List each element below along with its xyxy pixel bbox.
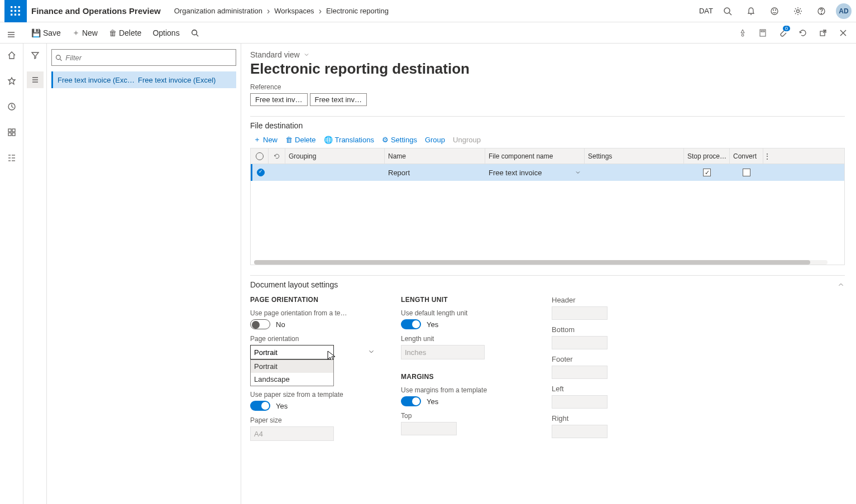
use-orientation-template-value: No: [276, 320, 285, 329]
filter-icon[interactable]: [27, 47, 44, 64]
chevron-down-icon: [303, 51, 310, 58]
col-settings[interactable]: Settings: [585, 148, 684, 164]
list-item[interactable]: Free text invoice (Exc… Free text invoic…: [51, 71, 236, 88]
svg-rect-0: [11, 6, 12, 8]
close-icon[interactable]: [835, 25, 852, 41]
col-component[interactable]: File component name: [485, 148, 585, 164]
margin-left-label: Left: [552, 385, 680, 393]
options-button[interactable]: Options: [148, 26, 184, 40]
cell-name[interactable]: Report: [385, 164, 485, 181]
layout-heading[interactable]: Document layout settings: [250, 280, 845, 289]
company-code[interactable]: DAT: [699, 7, 713, 15]
stop-checkbox[interactable]: [703, 169, 711, 176]
col-convert[interactable]: Convert: [730, 148, 763, 164]
save-button[interactable]: 💾Save: [27, 26, 65, 40]
content: Standard view Electronic reporting desti…: [241, 44, 856, 504]
grid-more-icon[interactable]: ⋮: [763, 148, 771, 164]
cell-component[interactable]: Free text invoice: [485, 164, 585, 181]
list-tools: [23, 44, 47, 504]
convert-checkbox[interactable]: [743, 169, 750, 176]
margin-header-label: Header: [552, 296, 680, 304]
app-launcher-icon[interactable]: [4, 0, 27, 22]
avatar[interactable]: AD: [836, 3, 852, 19]
svg-point-12: [771, 8, 778, 15]
use-paper-size-label: Use paper size from a template: [250, 391, 379, 399]
grid-translations-button[interactable]: 🌐 Translations: [324, 136, 374, 144]
chevron-up-icon: [837, 281, 845, 289]
grid-ungroup-button: Ungroup: [453, 136, 481, 144]
options-label: Options: [152, 28, 179, 37]
option-landscape[interactable]: Landscape: [251, 373, 333, 386]
breadcrumb-workspaces[interactable]: Workspaces: [274, 7, 314, 15]
svg-rect-7: [15, 13, 16, 15]
cell-settings[interactable]: [585, 164, 684, 181]
use-margins-template-toggle[interactable]: [401, 396, 421, 406]
col-grouping[interactable]: Grouping: [285, 148, 385, 164]
recent-icon[interactable]: [3, 98, 20, 115]
use-paper-size-toggle[interactable]: [250, 401, 270, 411]
svg-marker-31: [8, 78, 15, 84]
reference-box-2[interactable]: Free text inv…: [310, 93, 367, 106]
save-label: Save: [43, 28, 61, 37]
breadcrumb-org-admin[interactable]: Organization administration: [174, 7, 262, 15]
margin-footer-input: [552, 366, 608, 379]
modules-icon[interactable]: [3, 150, 20, 166]
workspace-icon[interactable]: [3, 124, 20, 141]
table-row[interactable]: Report Free text invoice: [251, 164, 844, 181]
star-icon[interactable]: [3, 73, 20, 89]
grid: Grouping Name File component name Settin…: [250, 148, 845, 265]
svg-point-9: [724, 8, 730, 13]
new-label: New: [82, 28, 98, 37]
refresh-icon[interactable]: [795, 25, 811, 41]
page-orientation-select[interactable]: [250, 345, 334, 359]
list-toggle-icon[interactable]: [27, 71, 44, 88]
use-margins-template-label: Use margins from a template: [401, 386, 529, 394]
paper-size-label: Paper size: [250, 416, 379, 424]
use-orientation-template-label: Use page orientation from a te…: [250, 309, 379, 317]
gear-icon[interactable]: [789, 2, 807, 20]
view-selector[interactable]: Standard view: [250, 50, 845, 59]
help-icon[interactable]: [812, 2, 830, 20]
use-default-length-toggle[interactable]: [401, 319, 421, 329]
grid-group-button[interactable]: Group: [425, 136, 445, 144]
file-destination-heading[interactable]: File destination: [250, 121, 845, 130]
cell-grouping[interactable]: [285, 164, 385, 181]
attachment-icon[interactable]: 0: [774, 25, 791, 41]
col-stop[interactable]: Stop proce…: [684, 148, 730, 164]
grid-scrollbar[interactable]: [254, 260, 828, 265]
length-unit-heading: LENGTH UNIT: [401, 296, 529, 304]
col-name[interactable]: Name: [385, 148, 485, 164]
row-select-icon[interactable]: [257, 169, 265, 176]
grid-settings-button[interactable]: ⚙ Settings: [382, 136, 417, 144]
svg-rect-6: [11, 13, 12, 15]
popout-icon[interactable]: [815, 25, 831, 41]
reference-box-1[interactable]: Free text inv…: [250, 93, 308, 106]
grid-select-all[interactable]: [251, 148, 269, 164]
option-portrait[interactable]: Portrait: [251, 360, 333, 373]
filter-input[interactable]: [65, 54, 232, 62]
delete-button[interactable]: 🗑Delete: [104, 26, 146, 40]
page-options-icon[interactable]: [754, 25, 771, 41]
smile-icon[interactable]: [766, 2, 783, 20]
hamburger-icon[interactable]: [3, 26, 20, 43]
use-margins-template-value: Yes: [427, 397, 438, 406]
svg-rect-34: [12, 129, 15, 132]
search-icon[interactable]: [719, 2, 737, 20]
personalize-icon[interactable]: [734, 25, 751, 41]
grid-new-button[interactable]: ＋New: [254, 135, 278, 145]
grid-delete-button[interactable]: 🗑 Delete: [285, 136, 316, 144]
list-pane: Free text invoice (Exc… Free text invoic…: [47, 44, 241, 504]
use-default-length-label: Use default length unit: [401, 309, 529, 317]
margin-header-input: [552, 306, 608, 320]
reference-label: Reference: [250, 83, 845, 91]
breadcrumb-er[interactable]: Electronic reporting: [326, 7, 389, 15]
grid-refresh-col[interactable]: [269, 148, 285, 164]
home-icon[interactable]: [3, 47, 20, 64]
svg-rect-26: [761, 31, 764, 32]
filter-input-wrapper[interactable]: [51, 49, 236, 66]
new-button[interactable]: ＋New: [68, 26, 102, 40]
margin-right-label: Right: [552, 414, 680, 423]
use-orientation-template-toggle[interactable]: [250, 319, 270, 329]
find-button[interactable]: [186, 27, 203, 39]
bell-icon[interactable]: [742, 2, 760, 20]
